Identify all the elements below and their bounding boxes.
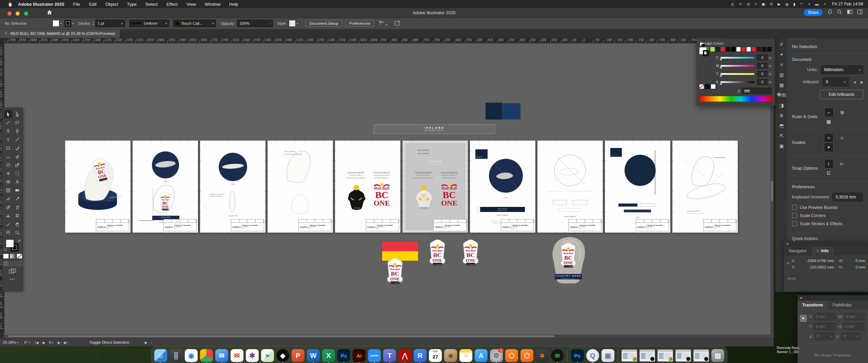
checkbox-scale-corners[interactable] <box>792 213 797 218</box>
m-value-field[interactable]: 0 <box>757 63 768 69</box>
checkbox-scale-strokes-effects[interactable] <box>792 221 797 226</box>
dock-photos-window[interactable]: ▣ <box>601 349 614 362</box>
width-profile-dropdown[interactable]: Uniform▾ <box>129 20 169 27</box>
appearance-icon[interactable]: �由 <box>775 90 788 100</box>
smart-guides-icon[interactable]: ✦ <box>824 143 833 152</box>
last-artboard-icon[interactable]: ▶| <box>64 341 67 344</box>
dock-maps[interactable]: ➢ <box>261 349 274 362</box>
apple-menu-icon[interactable] <box>7 2 12 7</box>
artboard-8[interactable]: FRONT ELEVATION midton RED BULL BC ONE A… <box>537 141 603 233</box>
preferences-button[interactable]: Preferences <box>346 20 374 27</box>
checkbox-use-preview-bounds[interactable] <box>792 205 797 210</box>
opacity-field[interactable]: 100%› <box>237 20 273 27</box>
dock-cut-app[interactable]: ⬡ <box>505 349 518 362</box>
phone-icon[interactable]: ✆ <box>770 0 773 8</box>
menu-type[interactable]: Type <box>127 2 136 7</box>
fill-stroke-proxy[interactable]: ❏ ⇄ <box>2 239 23 253</box>
recent-color-swatch[interactable] <box>726 47 730 52</box>
stroke-label[interactable]: Stroke: <box>78 21 91 25</box>
app-dot-icon[interactable]: ◍ <box>731 0 734 8</box>
dock-r-app[interactable]: R <box>414 349 427 362</box>
artboard-4[interactable]: WHITE SCREEN PRINT VECTOR OUTLINE FOR LA… <box>268 141 333 233</box>
transform-angle-field[interactable]: 0°▾ <box>815 333 834 340</box>
hand-tool[interactable] <box>13 220 22 228</box>
fill-proxy[interactable] <box>6 239 14 248</box>
dock-edit-app[interactable]: ⬡ <box>520 349 533 362</box>
dock-adobe-cc[interactable]: ◈ <box>276 349 289 362</box>
snap-to-point-icon[interactable]: ⊦ <box>824 159 834 169</box>
style-swatch[interactable]: ▾ <box>289 20 298 27</box>
pen-tool[interactable] <box>4 127 13 135</box>
gradient-mode-button[interactable] <box>10 254 16 259</box>
perspective-grid-tool[interactable] <box>13 178 22 186</box>
close-tab-icon[interactable]: × <box>5 31 7 36</box>
menu-help[interactable]: Help <box>229 2 238 7</box>
zoom-tool[interactable] <box>13 229 22 237</box>
control-center-icon[interactable]: ▬ <box>815 0 819 8</box>
none-mode-button[interactable] <box>17 254 22 259</box>
swap-fill-stroke-icon[interactable]: ⇄ <box>18 239 21 242</box>
recent-color-swatch[interactable] <box>741 47 746 52</box>
recent-color-swatch[interactable] <box>767 47 772 52</box>
asset-export-icon[interactable]: ⇱ <box>775 131 788 141</box>
dock-powerpoint[interactable]: P <box>292 349 304 362</box>
mesh-tool[interactable] <box>4 186 13 194</box>
close-panel-group-icon[interactable]: ✕ <box>786 242 789 246</box>
free-transform-tool[interactable] <box>13 169 22 177</box>
color-chip-navy-dark[interactable] <box>486 103 502 120</box>
draw-inside-icon[interactable] <box>17 261 22 266</box>
minimized-window-thumbnail[interactable] <box>622 349 637 362</box>
knife-tool[interactable] <box>4 195 13 203</box>
recent-color-swatch[interactable] <box>756 47 761 52</box>
recent-color-swatch[interactable] <box>710 47 715 52</box>
artboard-7[interactable]: PANTONE 282c PLAN IRELANDWINNER 2024 FRO… <box>470 141 535 233</box>
lasso-tool[interactable] <box>13 119 22 127</box>
camera-icon[interactable]: ⌗ <box>755 0 757 8</box>
transform-y-field[interactable]: 0 mm <box>814 323 835 330</box>
arrange-documents-icon[interactable] <box>847 9 852 16</box>
libraries-icon[interactable]: ▣ <box>775 141 788 151</box>
tab-transform[interactable]: Transform <box>797 301 828 309</box>
show-transparency-grid-icon[interactable]: ▦ <box>824 117 833 126</box>
menu-select[interactable]: Select <box>145 2 158 7</box>
c-value-field[interactable]: 0 <box>757 55 768 61</box>
artboard-1[interactable]: Red Bull BC ONE CYPHER IRELAND WINNER 20… <box>65 141 131 233</box>
shaper-tool[interactable] <box>4 152 13 161</box>
menu-edit[interactable]: Edit <box>89 2 97 7</box>
ruler-origin-corner[interactable] <box>0 38 4 43</box>
stroke-icon[interactable]: ≡ <box>775 60 788 70</box>
tab-info[interactable]: Info <box>812 247 833 255</box>
shape-builder-tool[interactable] <box>4 178 13 186</box>
recent-color-swatch[interactable] <box>736 47 741 52</box>
menu-effect[interactable]: Effect <box>166 2 178 7</box>
dock-finder[interactable]: ☺ <box>154 349 167 362</box>
slice-tool[interactable] <box>4 220 13 228</box>
dock-teams[interactable]: T <box>383 349 396 362</box>
artboard-3[interactable]: PLAN LONG SECTION WHITE ACRYLIC 8mm LASE… <box>200 141 265 233</box>
color-spectrum-bar[interactable] <box>699 96 772 102</box>
workspace-switcher-icon[interactable] <box>857 9 863 16</box>
keyboard-increment-field[interactable]: 0.3528 mm <box>832 193 863 201</box>
battery-icon[interactable]: ▮ <box>793 0 795 8</box>
dimension-tool-icon[interactable]: ▾ <box>379 20 387 26</box>
color-chip-navy-blue[interactable] <box>503 103 520 120</box>
dock-zoom[interactable]: zoom <box>368 349 381 362</box>
recent-color-swatch[interactable] <box>762 47 767 52</box>
width-tool[interactable] <box>4 169 13 177</box>
y-slider[interactable] <box>721 73 754 75</box>
black-swatch[interactable] <box>705 84 710 89</box>
recent-color-swatch[interactable] <box>731 47 735 52</box>
dock-launchpad[interactable]: ⣿ <box>170 349 182 362</box>
screen-mode-icon[interactable] <box>9 269 16 275</box>
edit-toolbar-icon[interactable]: ••• <box>10 278 15 281</box>
status-play-icon[interactable]: ▶ <box>145 341 147 344</box>
dock-safari[interactable]: ◉ <box>185 349 198 362</box>
snap-to-pixel-icon[interactable]: ⋿ <box>824 169 833 177</box>
dock-contacts[interactable]: ☻ <box>444 349 457 362</box>
document-tab[interactable]: × RED BULL BC ONE AWARD.ai @ 20.38 % (CM… <box>0 29 120 38</box>
dock-illustrator[interactable]: Ai <box>353 349 366 362</box>
bell-icon[interactable] <box>827 9 832 16</box>
recent-color-swatch[interactable] <box>751 47 756 52</box>
artboard-dropdown[interactable]: 9▾ <box>823 78 849 86</box>
close-transform-panel-icon[interactable]: ✕ <box>800 296 803 300</box>
